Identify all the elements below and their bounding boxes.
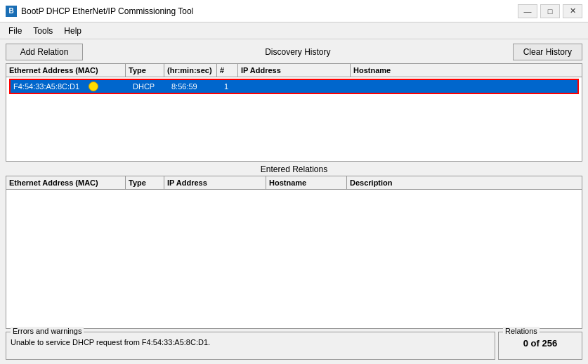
header-num: # [217, 64, 238, 77]
rel-header-ip: IP Address [164, 176, 266, 189]
clear-history-button[interactable]: Clear History [513, 44, 582, 60]
relations-table-body [6, 190, 582, 325]
header-mac: Ethernet Address (MAC) [6, 64, 126, 77]
errors-text: Unable to service DHCP request from F4:5… [11, 338, 490, 346]
rel-header-desc: Description [347, 176, 582, 189]
title-bar: B BootP DHCP EtherNet/IP Commissioning T… [0, 0, 588, 22]
discovery-history-label: Discovery History [265, 47, 330, 57]
errors-label: Errors and warnings [11, 327, 84, 335]
entered-relations-section: Entered Relations Ethernet Address (MAC)… [6, 164, 582, 329]
app-icon: B [6, 6, 17, 17]
discovery-section: Ethernet Address (MAC) Type (hr:min:sec)… [6, 63, 582, 162]
menu-bar: File Tools Help [0, 22, 588, 39]
errors-group: Errors and warnings Unable to service DH… [6, 332, 495, 360]
minimize-button[interactable]: — [518, 4, 537, 18]
add-relation-button[interactable]: Add Relation [6, 44, 83, 60]
header-type: Type [126, 64, 164, 77]
header-time: (hr:min:sec) [164, 64, 217, 77]
rel-header-mac: Ethernet Address (MAC) [6, 176, 126, 189]
main-content: Add Relation Discovery History Clear His… [0, 39, 588, 364]
window-title: BootP DHCP EtherNet/IP Commissioning Too… [21, 6, 193, 16]
cell-mac: F4:54:33:A5:8C:D1 [11, 80, 130, 93]
rel-header-type: Type [126, 176, 164, 189]
discovery-table-header: Ethernet Address (MAC) Type (hr:min:sec)… [6, 64, 582, 77]
relations-count: 0 of 256 [503, 338, 577, 349]
relations-label: Relations [503, 327, 540, 335]
close-button[interactable]: ✕ [563, 4, 582, 18]
rel-header-hostname: Hostname [266, 176, 347, 189]
menu-tools[interactable]: Tools [27, 25, 58, 37]
restore-button[interactable]: □ [540, 4, 560, 18]
header-ip: IP Address [238, 64, 351, 77]
cell-time: 8:56:59 [169, 80, 221, 93]
menu-file[interactable]: File [3, 25, 27, 37]
yellow-indicator [89, 82, 98, 91]
relations-table: Ethernet Address (MAC) Type IP Address H… [6, 176, 582, 329]
status-bar: Errors and warnings Unable to service DH… [6, 332, 582, 360]
entered-relations-label: Entered Relations [6, 164, 582, 174]
relations-group: Relations 0 of 256 [498, 332, 582, 360]
menu-help[interactable]: Help [58, 25, 87, 37]
header-hostname: Hostname [351, 64, 582, 77]
cell-type: DHCP [130, 80, 169, 93]
cell-num: 1 [221, 80, 242, 93]
title-bar-left: B BootP DHCP EtherNet/IP Commissioning T… [6, 6, 193, 17]
cell-ip [242, 84, 355, 89]
toolbar: Add Relation Discovery History Clear His… [6, 44, 582, 60]
discovery-table-body: F4:54:33:A5:8C:D1 DHCP 8:56:59 1 [6, 77, 582, 157]
relations-table-header: Ethernet Address (MAC) Type IP Address H… [6, 176, 582, 190]
window-controls: — □ ✕ [518, 4, 582, 18]
cell-hostname [355, 84, 577, 89]
